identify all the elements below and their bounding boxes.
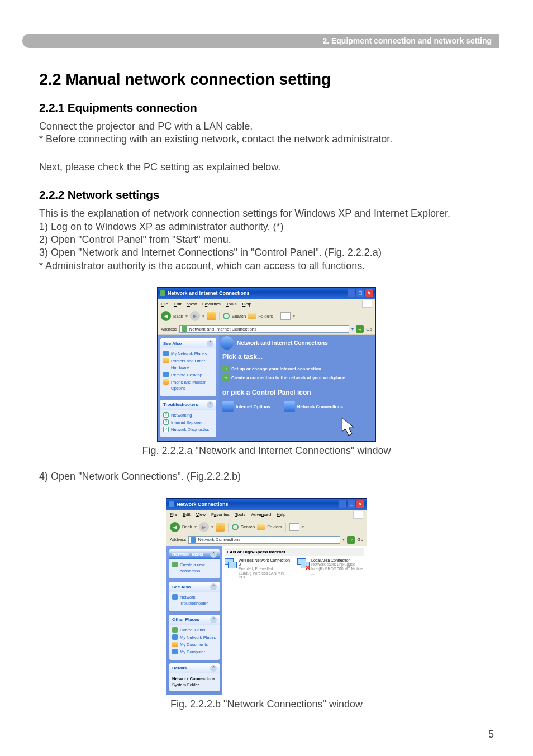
details-sub: System Folder [172,682,217,688]
page-number: 5 [488,729,494,740]
sidebar-item[interactable]: ?Networking [163,412,213,418]
back-label: Back [173,314,183,319]
menu-favorites[interactable]: Favorites [202,302,221,307]
see-also-header: See Also [163,341,182,346]
up-button[interactable]: ↑ [207,312,216,320]
menu-tools[interactable]: Tools [226,302,237,307]
troubleshooter-icon [172,594,178,600]
arrow-icon: → [222,365,229,372]
menu-help[interactable]: Help [277,512,285,517]
collapse-icon[interactable]: ˄ [207,340,213,347]
subsection-heading-2-2-2: 2.2.2 Network settings [39,188,494,202]
see-also-header: See Also [172,585,191,590]
network-connections-icon [284,401,295,412]
folders-label[interactable]: Folders [258,314,273,319]
printers-icon [163,358,169,363]
menu-tools[interactable]: Tools [235,512,246,517]
network-tasks-header: Network Tasks [172,552,203,557]
menu-file[interactable]: File [170,512,177,517]
connection-item[interactable]: ✕ Local Area Connection Network cable un… [297,558,364,580]
minimize-button[interactable]: _ [339,500,346,508]
collapse-icon[interactable]: ˄ [210,665,217,672]
search-label[interactable]: Search [241,524,255,529]
menu-view[interactable]: View [196,512,206,517]
views-button[interactable] [289,523,299,531]
sidebar-item[interactable]: My Network Places [163,351,213,357]
address-icon [182,326,187,332]
body-line: 2) Open "Control Panel" from "Start" men… [39,233,494,246]
sidebar-item[interactable]: Network Troubleshooter [172,594,217,607]
search-icon[interactable] [223,313,230,319]
maximize-button[interactable]: □ [348,500,355,508]
body-line: 1) Log on to Windows XP as administrator… [39,221,494,233]
go-label: Go [366,327,372,332]
sidebar: Network Tasks ˄ Create a new connection … [166,546,222,695]
close-button[interactable]: × [365,289,373,297]
help-icon: ? [163,427,169,432]
figure-b-caption: Fig. 2.2.2.b "Network Connections" windo… [39,698,494,710]
address-field[interactable]: Network and Internet Connections [179,325,349,333]
network-places-icon [163,351,169,356]
address-field[interactable]: Network Connections [188,536,340,544]
connection-name: Wireless Network Connection 3 [239,558,292,567]
sidebar-item[interactable]: ?Network Diagnostics [163,427,213,433]
up-button[interactable]: ↑ [216,523,225,532]
menu-help[interactable]: Help [242,302,251,307]
back-button[interactable]: ◄ [170,522,180,532]
menu-edit[interactable]: Edit [183,512,191,517]
folders-label[interactable]: Folders [267,524,282,529]
collapse-icon[interactable]: ˄ [207,401,213,408]
sidebar-item[interactable]: Remote Desktop [163,372,213,378]
back-button[interactable]: ◄ [161,311,171,321]
collapse-icon[interactable]: ˄ [210,583,217,590]
sidebar-item[interactable]: Create a new connection [172,562,217,575]
globe-icon [220,336,234,350]
troubleshooters-panel: Troubleshooters ˄ ?Networking ?Internet … [160,400,216,438]
menu-favorites[interactable]: Favorites [211,512,230,517]
menu-edit[interactable]: Edit [174,302,182,307]
go-button[interactable]: → [347,536,355,544]
views-button[interactable] [280,312,291,320]
internet-options-icon [222,401,234,412]
folders-icon[interactable] [257,524,265,530]
menu-view[interactable]: View [187,302,197,307]
go-label: Go [357,537,363,542]
search-label[interactable]: Search [232,314,246,319]
connection-device: Intel(R) PRO/1000 MT Mobile ... [311,567,364,575]
body-line: This is the explanation of network conne… [39,207,494,220]
search-icon[interactable] [232,524,239,530]
minimize-button[interactable]: _ [348,289,355,297]
cp-network-connections[interactable]: Network Connections [284,401,343,412]
body-block-3: This is the explanation of network conne… [39,207,494,272]
go-button[interactable]: → [356,325,364,333]
task-link[interactable]: →Create a connection to the network at y… [222,374,372,381]
forward-button[interactable]: ► [190,311,200,321]
maximize-button[interactable]: □ [356,289,364,297]
body-line: * Administrator authority is the account… [39,260,494,272]
folders-icon[interactable] [248,313,256,319]
cp-internet-options[interactable]: Internet Options [222,401,270,412]
window-title: Network and Internet Connections [168,290,250,296]
sidebar-item[interactable]: My Documents [172,642,217,648]
collapse-icon[interactable]: ˄ [210,551,217,558]
pick-task-header: Pick a task... [222,353,372,361]
menu-advanced[interactable]: Advanced [251,512,272,517]
collapse-icon[interactable]: ˄ [210,616,217,623]
titlebar: Network and Internet Connections _ □ × [158,288,375,299]
addressbar: Address Network Connections ▾ → Go [166,534,367,546]
close-button[interactable]: × [356,500,364,508]
figure-2-2-2-a: Network and Internet Connections _ □ × F… [39,287,494,457]
body-line: Next, please check the PC setting as exp… [39,161,494,174]
sidebar-item[interactable]: ?Internet Explorer [163,419,213,425]
sidebar: See Also ˄ My Network Places Printers an… [158,335,219,441]
sidebar-item[interactable]: Control Panel [172,627,217,633]
connection-item[interactable]: Wireless Network Connection 3 Enabled, F… [225,558,292,580]
sidebar-item[interactable]: Printers and Other Hardware [163,358,213,371]
menu-file[interactable]: File [161,302,168,307]
other-places-panel: Other Places ˄ Control Panel My Network … [169,615,220,660]
sidebar-item[interactable]: My Network Places [172,634,217,640]
sidebar-item[interactable]: Phone and Modem Options [163,379,213,392]
forward-button[interactable]: ► [199,522,209,532]
task-link[interactable]: →Set up or change your Internet connecti… [222,365,372,372]
sidebar-item[interactable]: My Computer [172,649,217,655]
